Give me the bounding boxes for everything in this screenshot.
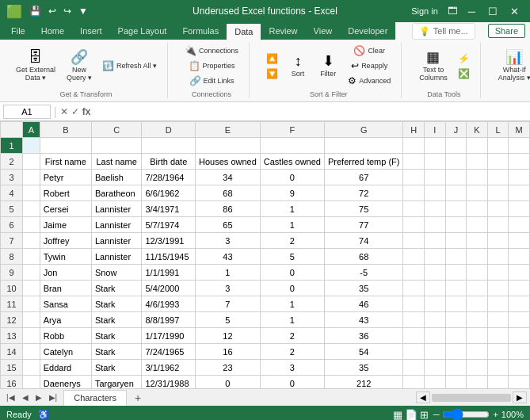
connections-button[interactable]: 🔌 Connections <box>181 44 242 58</box>
table-cell[interactable]: 67 <box>324 170 402 185</box>
table-cell[interactable]: 1 <box>260 201 324 217</box>
table-cell[interactable]: 5/7/1974 <box>142 217 196 233</box>
col-header-e[interactable]: E <box>196 122 261 138</box>
scroll-thumb[interactable] <box>432 394 511 402</box>
table-cell[interactable] <box>403 376 425 389</box>
col-header-f[interactable]: F <box>260 122 324 138</box>
table-cell[interactable]: Jon <box>40 265 91 281</box>
table-cell[interactable] <box>509 296 530 312</box>
table-cell[interactable] <box>425 170 446 185</box>
table-cell[interactable] <box>425 296 446 312</box>
table-cell[interactable]: 68 <box>324 249 402 265</box>
table-cell[interactable] <box>23 265 40 281</box>
table-cell[interactable]: 12/31/1988 <box>142 376 196 389</box>
table-cell[interactable] <box>509 249 530 265</box>
table-cell[interactable] <box>445 233 467 249</box>
table-cell[interactable] <box>445 217 467 233</box>
table-cell[interactable] <box>23 312 40 328</box>
table-cell[interactable] <box>467 233 488 249</box>
table-cell[interactable]: Lannister <box>91 249 142 265</box>
table-cell[interactable] <box>445 138 467 154</box>
table-cell[interactable] <box>445 249 467 265</box>
table-cell[interactable] <box>445 360 467 376</box>
table-cell[interactable]: Stark <box>91 281 142 296</box>
table-cell[interactable] <box>487 217 509 233</box>
table-cell[interactable] <box>23 360 40 376</box>
tab-file[interactable]: File <box>3 22 33 40</box>
table-cell[interactable] <box>487 360 509 376</box>
page-break-view-icon[interactable]: ⊞ <box>420 409 429 421</box>
table-cell[interactable]: 3 <box>260 360 324 376</box>
table-cell[interactable] <box>324 138 402 154</box>
table-cell[interactable] <box>23 344 40 360</box>
table-cell[interactable] <box>425 344 446 360</box>
zoom-control[interactable]: ─ + 100% <box>433 408 524 420</box>
table-cell[interactable]: Baelish <box>91 170 142 185</box>
table-cell[interactable]: 0 <box>260 265 324 281</box>
col-header-a[interactable]: A <box>23 122 40 138</box>
table-cell[interactable] <box>445 328 467 344</box>
table-cell[interactable]: Tywin <box>40 249 91 265</box>
table-cell[interactable]: Lannister <box>91 233 142 249</box>
table-cell[interactable] <box>403 312 425 328</box>
table-cell[interactable]: Lannister <box>91 201 142 217</box>
scroll-right-button[interactable]: ▶ <box>513 391 527 403</box>
new-query-button[interactable]: 🔗 NewQuery ▾ <box>62 47 97 85</box>
table-cell[interactable] <box>467 312 488 328</box>
table-cell[interactable] <box>196 138 261 154</box>
table-cell[interactable] <box>467 328 488 344</box>
remove-duplicates-button[interactable]: ❎ <box>454 67 474 81</box>
table-cell[interactable] <box>425 376 446 389</box>
row-header-12[interactable]: 12 <box>1 312 23 328</box>
share-button[interactable]: Share <box>488 24 525 38</box>
table-cell[interactable] <box>403 233 425 249</box>
close-button[interactable]: ✕ <box>505 4 524 19</box>
table-cell[interactable]: Last name <box>91 154 142 170</box>
table-cell[interactable]: 8/8/1997 <box>142 312 196 328</box>
table-cell[interactable] <box>487 376 509 389</box>
table-cell[interactable] <box>425 154 446 170</box>
table-cell[interactable]: 4/6/1993 <box>142 296 196 312</box>
table-cell[interactable] <box>467 296 488 312</box>
table-cell[interactable]: 7/24/1965 <box>142 344 196 360</box>
table-cell[interactable]: Castles owned <box>260 154 324 170</box>
add-sheet-button[interactable]: + <box>128 389 147 407</box>
table-cell[interactable]: 3/1/1962 <box>142 360 196 376</box>
table-cell[interactable] <box>487 170 509 185</box>
table-cell[interactable]: Snow <box>91 265 142 281</box>
table-cell[interactable] <box>403 344 425 360</box>
table-cell[interactable]: 0 <box>260 170 324 185</box>
table-cell[interactable] <box>425 217 446 233</box>
table-cell[interactable]: 74 <box>324 233 402 249</box>
table-cell[interactable]: Baratheon <box>91 185 142 201</box>
table-cell[interactable]: Joffrey <box>40 233 91 249</box>
table-cell[interactable] <box>425 265 446 281</box>
table-cell[interactable]: 3 <box>196 233 261 249</box>
col-header-j[interactable]: J <box>445 122 467 138</box>
table-cell[interactable]: 212 <box>324 376 402 389</box>
tab-data[interactable]: Data <box>227 22 261 40</box>
table-cell[interactable] <box>509 233 530 249</box>
sheet-tab-characters[interactable]: Characters <box>63 390 127 406</box>
tab-developer[interactable]: Developer <box>340 22 395 40</box>
table-cell[interactable] <box>467 185 488 201</box>
table-cell[interactable]: Stark <box>91 312 142 328</box>
table-cell[interactable] <box>425 312 446 328</box>
table-cell[interactable] <box>509 360 530 376</box>
table-cell[interactable] <box>509 217 530 233</box>
cell-reference-box[interactable] <box>3 105 51 119</box>
table-cell[interactable]: Targaryen <box>91 376 142 389</box>
table-cell[interactable]: Bran <box>40 281 91 296</box>
table-cell[interactable]: 5 <box>260 249 324 265</box>
table-cell[interactable]: 86 <box>196 201 261 217</box>
table-cell[interactable]: Stark <box>91 360 142 376</box>
table-cell[interactable]: 23 <box>196 360 261 376</box>
tell-me-box[interactable]: 💡 Tell me... <box>412 23 475 40</box>
confirm-formula-icon[interactable]: ✓ <box>71 106 79 117</box>
table-cell[interactable]: 6/6/1962 <box>142 185 196 201</box>
zoom-in-icon[interactable]: + <box>493 410 498 419</box>
ribbon-toggle-icon[interactable]: 🗔 <box>448 6 457 17</box>
table-cell[interactable] <box>445 170 467 185</box>
col-header-g[interactable]: G <box>324 122 402 138</box>
table-cell[interactable] <box>487 233 509 249</box>
